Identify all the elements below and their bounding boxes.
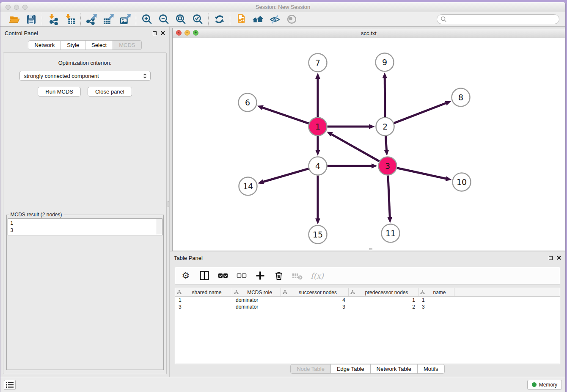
unselect-all-columns-button[interactable] (236, 270, 247, 281)
tab-style[interactable]: Style (61, 40, 85, 50)
zoom-out-button[interactable] (157, 13, 171, 26)
open-session-button[interactable] (8, 13, 21, 26)
search-input[interactable] (449, 17, 556, 22)
memory-label: Memory (539, 382, 557, 388)
add-column-button[interactable] (255, 270, 266, 281)
frame-minimize-button[interactable]: − (184, 30, 190, 36)
zoom-in-button[interactable] (140, 13, 154, 26)
close-window-button[interactable] (6, 5, 11, 10)
node-label: 8 (458, 93, 463, 102)
traffic-lights (6, 5, 28, 10)
save-icon (26, 14, 37, 25)
table-cell: dominator (232, 304, 281, 310)
column-header[interactable]: shared name (175, 288, 232, 296)
mcds-result-box[interactable]: 1 3 (8, 218, 162, 235)
edge-2-9[interactable] (385, 78, 385, 117)
select-all-columns-button[interactable] (217, 270, 228, 281)
zoom-out-icon (158, 14, 170, 25)
show-graphics-details-button[interactable] (285, 13, 298, 26)
table-cell: 3 (281, 304, 349, 310)
close-panel-button[interactable]: Close panel (88, 87, 132, 97)
table-row[interactable]: 1dominator411 (175, 297, 560, 304)
import-network-icon (47, 14, 59, 25)
function-builder-button[interactable]: f(x) (311, 270, 324, 281)
table-header-row: shared nameMCDS rolesuccessor nodesprede… (175, 288, 560, 297)
apply-layout-button[interactable] (212, 13, 226, 26)
node-label: 2 (383, 122, 388, 131)
network-window-title: scc.txt (361, 30, 377, 36)
tab-edge-table[interactable]: Edge Table (331, 364, 371, 374)
memory-status-dot (532, 382, 537, 387)
tab-node-table[interactable]: Node Table (290, 364, 331, 374)
edge-3-10[interactable] (397, 168, 446, 179)
column-header[interactable]: MCDS role (232, 288, 281, 296)
save-session-button[interactable] (25, 13, 38, 26)
float-table-panel-icon[interactable] (549, 256, 553, 260)
network-window-titlebar[interactable]: × − + scc.txt (173, 28, 565, 38)
delete-columns-button[interactable] (273, 270, 284, 281)
node-label: 14 (243, 182, 253, 191)
network-graph[interactable]: 7968124314101511 (173, 38, 565, 251)
tab-motifs[interactable]: Motifs (418, 364, 445, 374)
network-canvas[interactable]: 7968124314101511 (173, 38, 565, 251)
node-label: 10 (457, 177, 467, 187)
node-label: 1 (315, 122, 320, 131)
run-mcds-button[interactable]: Run MCDS (38, 87, 81, 97)
close-table-panel-icon[interactable] (557, 256, 561, 260)
table-settings-button[interactable]: ⚙ (180, 270, 191, 281)
minimize-window-button[interactable] (14, 5, 19, 10)
close-panel-icon[interactable] (161, 31, 165, 35)
task-history-button[interactable] (4, 380, 16, 390)
delete-table-button[interactable] (292, 270, 303, 281)
canvas-resize-grip[interactable] (369, 248, 372, 250)
delete-table-icon (292, 271, 303, 281)
chevron-updown-icon (142, 73, 148, 79)
edge-1-6[interactable] (262, 108, 308, 124)
import-table-button[interactable] (63, 13, 77, 26)
zoom-selected-button[interactable] (191, 13, 204, 26)
edge-2-3[interactable] (385, 136, 386, 150)
float-panel-icon[interactable] (153, 31, 157, 35)
duplicate-network-icon (235, 14, 247, 25)
edge-3-11[interactable] (388, 175, 390, 217)
import-network-button[interactable] (46, 13, 60, 26)
split-grip[interactable] (168, 201, 169, 207)
zoom-selected-icon (192, 14, 204, 25)
zoom-in-icon (141, 14, 153, 25)
hierarchy-icon (283, 290, 287, 295)
duplicate-network-button[interactable] (234, 13, 248, 26)
column-header[interactable]: predecessor nodes (349, 288, 418, 296)
tab-mcds[interactable]: MCDS (113, 40, 141, 50)
table-toolbar: ⚙ (175, 267, 560, 284)
column-header[interactable]: name (418, 288, 454, 296)
frame-maximize-button[interactable]: + (193, 30, 198, 36)
search-field[interactable] (437, 14, 559, 24)
node-table[interactable]: shared nameMCDS rolesuccessor nodesprede… (175, 288, 560, 364)
frame-close-button[interactable]: × (176, 30, 182, 36)
edge-3-1[interactable] (332, 134, 380, 161)
control-panel-title: Control Panel (5, 30, 38, 36)
tab-network-table[interactable]: Network Table (371, 364, 418, 374)
table-row[interactable]: 3dominator323 (175, 304, 560, 310)
tab-select[interactable]: Select (85, 40, 113, 50)
export-image-button[interactable] (118, 13, 132, 26)
memory-button[interactable]: Memory (527, 380, 562, 390)
result-scrollbar[interactable] (157, 219, 162, 235)
optimization-criterion-dropdown[interactable]: strongly connected component (19, 71, 151, 81)
zoom-window-button[interactable] (22, 5, 28, 10)
export-table-button[interactable] (102, 13, 115, 26)
zoom-fit-button[interactable] (174, 13, 187, 26)
tab-network[interactable]: Network (28, 40, 61, 50)
edge-4-14[interactable] (263, 168, 308, 182)
edge-2-8[interactable] (394, 103, 446, 123)
column-header[interactable]: successor nodes (281, 288, 349, 296)
network-overview-button[interactable] (251, 13, 264, 26)
table-tabs: Node TableEdge TableNetwork TableMotifs (170, 364, 565, 374)
column-layout-button[interactable] (199, 270, 210, 281)
trash-icon (274, 271, 284, 281)
hide-graphics-details-button[interactable] (268, 13, 281, 26)
control-panel: Control Panel NetworkStyleSelectMCDS Opt… (0, 27, 170, 377)
export-table-icon (103, 14, 114, 25)
export-network-button[interactable] (85, 13, 98, 26)
window-titlebar: Session: New Session (0, 2, 565, 12)
